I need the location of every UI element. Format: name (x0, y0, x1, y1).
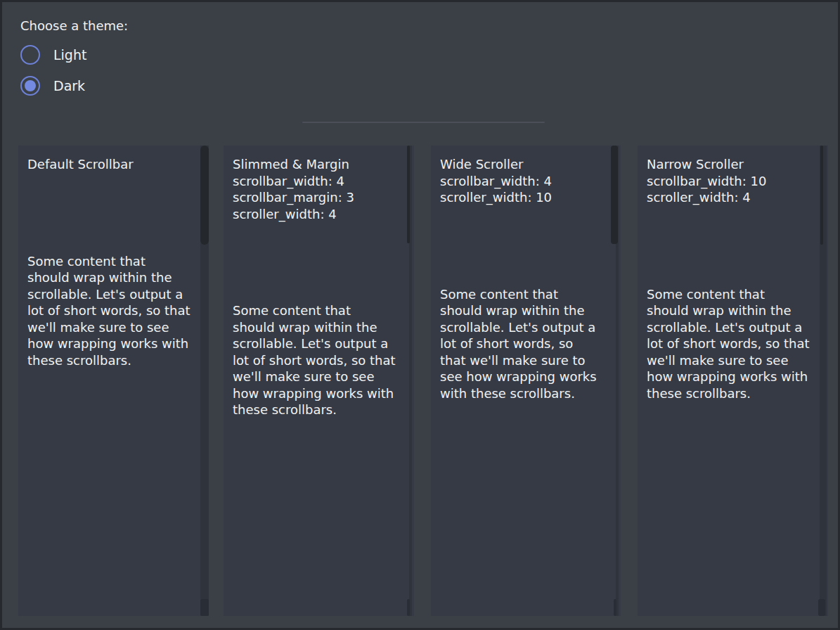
scrollbar-track[interactable] (616, 146, 619, 616)
panel-heading-param: scrollbar_width: 4 (233, 173, 396, 190)
panel-heading-param: scrollbar_width: 4 (440, 173, 602, 190)
panel-heading: Default Scrollbar (27, 156, 190, 173)
theme-chooser: Choose a theme: Light Dark (20, 18, 128, 105)
panel-body-text: Some content that should wrap within the… (647, 286, 810, 402)
panel-default-scrollbar: Default Scrollbar Some content that shou… (18, 146, 209, 616)
panel-heading: Narrow Scroller (647, 156, 810, 173)
panel-wide-scroller: Wide Scroller scrollbar_width: 4 scrolle… (431, 146, 621, 616)
scrollbar-thumb[interactable] (611, 146, 618, 244)
scroll-content-wide[interactable]: Wide Scroller scrollbar_width: 4 scrolle… (431, 146, 621, 616)
scrollbar-track[interactable] (409, 146, 412, 616)
panel-heading-param: scrollbar_margin: 3 (233, 189, 396, 206)
scrollbar-track-bottom-cap (614, 599, 616, 616)
radio-icon-light[interactable] (20, 45, 40, 65)
radio-option-dark[interactable]: Dark (20, 75, 128, 97)
panel-heading: Slimmed & Margin (233, 156, 396, 173)
radio-dot (25, 80, 36, 91)
scrollbar-track[interactable] (200, 146, 209, 616)
scroll-content-narrow[interactable]: Narrow Scroller scrollbar_width: 10 scro… (638, 146, 828, 616)
scrollbar-track-bottom-cap (407, 599, 410, 616)
scrollbar-thumb[interactable] (200, 146, 209, 245)
scrollbar-thumb[interactable] (820, 146, 823, 245)
radio-label-dark: Dark (53, 78, 85, 94)
panel-heading-param: scroller_width: 4 (647, 189, 810, 206)
scroll-content-slimmed[interactable]: Slimmed & Margin scrollbar_width: 4 scro… (224, 146, 414, 616)
panel-body-text: Some content that should wrap within the… (440, 286, 602, 402)
radio-icon-dark[interactable] (20, 76, 40, 96)
panel-heading-param: scroller_width: 10 (440, 189, 602, 206)
scroll-content-default[interactable]: Default Scrollbar Some content that shou… (18, 146, 209, 616)
panel-narrow-scroller: Narrow Scroller scrollbar_width: 10 scro… (638, 146, 828, 616)
scrollbar-track-bottom-cap (818, 599, 825, 616)
section-divider (302, 122, 545, 123)
panel-heading-param: scrollbar_width: 10 (647, 173, 810, 190)
panel-heading: Wide Scroller (440, 156, 602, 173)
scrollbar-track-bottom-cap (200, 599, 209, 616)
panel-heading-param: scroller_width: 4 (233, 206, 396, 223)
radio-option-light[interactable]: Light (20, 44, 128, 66)
scrollbar-track[interactable] (820, 146, 827, 616)
panel-body-text: Some content that should wrap within the… (27, 253, 190, 369)
panel-slimmed-margin: Slimmed & Margin scrollbar_width: 4 scro… (224, 146, 414, 616)
scrollbar-thumb[interactable] (407, 146, 410, 243)
theme-chooser-label: Choose a theme: (20, 18, 128, 34)
panel-body-text: Some content that should wrap within the… (233, 302, 396, 418)
radio-label-light: Light (53, 47, 86, 63)
